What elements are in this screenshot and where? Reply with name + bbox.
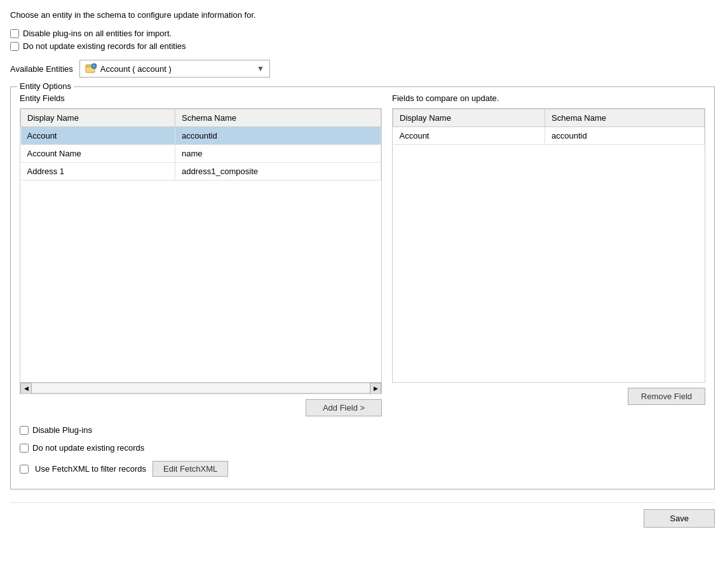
table-row[interactable]: Account accountid (393, 127, 705, 145)
no-update-global-checkbox[interactable] (10, 42, 19, 51)
add-field-button[interactable]: Add Field > (306, 399, 382, 416)
no-update-global-row: Do not update existing records for all e… (10, 41, 715, 51)
fetchxml-checkbox[interactable] (20, 465, 29, 474)
right-panel: Fields to compare on update. Display Nam… (392, 93, 705, 416)
scroll-left-btn[interactable]: ◀ (20, 383, 32, 394)
left-row-display: Account Name (21, 145, 175, 163)
add-field-row: Add Field > (20, 399, 382, 416)
scroll-track (32, 383, 370, 393)
entity-dropdown[interactable]: ! Account ( account ) ▼ (79, 60, 270, 78)
intro-text: Choose an entity in the schema to config… (10, 10, 715, 20)
right-fields-table: Display Name Schema Name Account account… (393, 109, 705, 145)
no-update-entity-checkbox[interactable] (20, 444, 29, 453)
right-table-wrapper[interactable]: Display Name Schema Name Account account… (393, 109, 705, 382)
left-row-display: Address 1 (21, 163, 175, 181)
disable-plugins-entity-checkbox[interactable] (20, 426, 29, 435)
save-button[interactable]: Save (644, 509, 715, 528)
disable-plugins-entity-row: Disable Plug-ins (20, 425, 705, 435)
fetchxml-label: Use FetchXML to filter records (35, 464, 146, 474)
right-table-header-row: Display Name Schema Name (393, 109, 705, 127)
remove-field-button[interactable]: Remove Field (628, 388, 705, 405)
table-row[interactable]: Address 1 address1_composite (21, 163, 381, 181)
scroll-right-btn[interactable]: ▶ (370, 383, 381, 394)
left-table-wrapper[interactable]: Display Name Schema Name Account account… (20, 109, 381, 382)
entity-fields-section: Entity Fields Display Name Schema Name A… (20, 93, 705, 416)
left-col-schema: Schema Name (175, 109, 381, 127)
disable-plugins-entity-label: Disable Plug-ins (32, 425, 92, 435)
disable-plugins-global-label: Disable plug-ins on all entities for imp… (23, 29, 172, 38)
right-col-display: Display Name (393, 109, 545, 127)
fetchxml-row: Use FetchXML to filter records Edit Fetc… (20, 461, 705, 477)
left-row-schema: accountid (175, 127, 381, 145)
left-panel: Entity Fields Display Name Schema Name A… (20, 93, 382, 416)
left-panel-title: Entity Fields (20, 93, 382, 103)
left-table-header-row: Display Name Schema Name (21, 109, 381, 127)
chevron-down-icon: ▼ (257, 64, 264, 73)
right-panel-title: Fields to compare on update. (392, 93, 705, 103)
left-row-display: Account (21, 127, 175, 145)
available-entities-row: Available Entities ! Account ( account )… (10, 60, 715, 78)
left-table-body: Account accountid Account Name name Addr… (21, 127, 381, 181)
remove-field-row: Remove Field (392, 388, 705, 405)
no-update-entity-label: Do not update existing records (32, 443, 144, 453)
right-table-container: Display Name Schema Name Account account… (392, 108, 705, 383)
entity-options-group: Entity Options Entity Fields Display Nam… (10, 86, 715, 489)
no-update-entity-row: Do not update existing records (20, 443, 705, 453)
save-bar: Save (10, 502, 715, 530)
left-row-schema: name (175, 145, 381, 163)
edit-fetchxml-button[interactable]: Edit FetchXML (152, 461, 228, 477)
left-col-display: Display Name (21, 109, 175, 127)
entity-icon: ! (85, 63, 97, 74)
table-row[interactable]: Account Name name (21, 145, 381, 163)
left-row-schema: address1_composite (175, 163, 381, 181)
left-fields-table: Display Name Schema Name Account account… (20, 109, 381, 181)
right-row-display: Account (393, 127, 545, 145)
disable-plugins-global-checkbox[interactable] (10, 29, 19, 38)
horizontal-scrollbar[interactable]: ◀ ▶ (20, 382, 381, 393)
right-col-schema: Schema Name (545, 109, 705, 127)
disable-plugins-global-row: Disable plug-ins on all entities for imp… (10, 29, 715, 38)
right-row-schema: accountid (545, 127, 705, 145)
table-row[interactable]: Account accountid (21, 127, 381, 145)
entity-dropdown-text: Account ( account ) (100, 64, 253, 74)
right-table-body: Account accountid (393, 127, 705, 145)
available-entities-label: Available Entities (10, 64, 73, 74)
bottom-options: Disable Plug-ins Do not update existing … (20, 425, 705, 480)
no-update-global-label: Do not update existing records for all e… (23, 41, 186, 51)
left-table-container: Display Name Schema Name Account account… (20, 108, 382, 394)
entity-options-legend: Entity Options (17, 81, 74, 91)
